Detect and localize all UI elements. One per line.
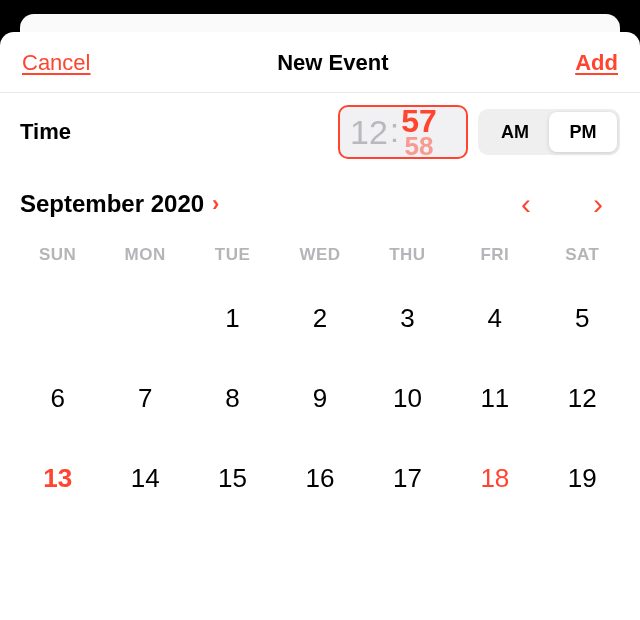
weekday-label: FRI <box>451 245 538 265</box>
prev-month-button[interactable]: ‹ <box>514 189 538 219</box>
time-picker[interactable]: 12 : 57 58 <box>338 105 468 159</box>
time-hour: 12 <box>350 113 388 152</box>
weekday-label: WED <box>276 245 363 265</box>
cancel-button[interactable]: Cancel <box>22 50 90 76</box>
pm-option[interactable]: PM <box>549 112 617 152</box>
calendar-day[interactable]: 4 <box>451 295 538 341</box>
calendar-day[interactable]: 1 <box>189 295 276 341</box>
month-label: September 2020 <box>20 190 204 218</box>
calendar-day[interactable]: 13 <box>14 455 101 501</box>
calendar-day[interactable]: 15 <box>189 455 276 501</box>
weekday-label: SUN <box>14 245 101 265</box>
time-minute-next: 58 <box>405 135 434 157</box>
calendar-grid: 12345678910111213141516171819 <box>0 295 640 501</box>
calendar-day[interactable]: 7 <box>101 375 188 421</box>
time-row: Time 12 : 57 58 AM PM <box>0 93 640 169</box>
calendar-day[interactable]: 14 <box>101 455 188 501</box>
add-button[interactable]: Add <box>575 50 618 76</box>
calendar-day[interactable]: 19 <box>539 455 626 501</box>
header: Cancel New Event Add <box>0 32 640 93</box>
calendar-day[interactable]: 16 <box>276 455 363 501</box>
month-selector[interactable]: September 2020 › <box>20 190 219 218</box>
calendar-day[interactable]: 6 <box>14 375 101 421</box>
weekday-label: SAT <box>539 245 626 265</box>
calendar-day[interactable]: 12 <box>539 375 626 421</box>
weekday-label: THU <box>364 245 451 265</box>
calendar-day[interactable]: 2 <box>276 295 363 341</box>
calendar-day[interactable]: 17 <box>364 455 451 501</box>
calendar-empty-cell <box>101 295 188 341</box>
time-colon: : <box>390 111 399 150</box>
calendar-empty-cell <box>14 295 101 341</box>
am-option[interactable]: AM <box>481 112 549 152</box>
calendar-day[interactable]: 3 <box>364 295 451 341</box>
weekday-header: SUNMONTUEWEDTHUFRISAT <box>0 229 640 273</box>
calendar-day[interactable]: 5 <box>539 295 626 341</box>
calendar-day[interactable]: 9 <box>276 375 363 421</box>
month-nav: ‹ › <box>514 189 610 219</box>
calendar-day[interactable]: 8 <box>189 375 276 421</box>
weekday-label: MON <box>101 245 188 265</box>
weekday-label: TUE <box>189 245 276 265</box>
sheet-title: New Event <box>277 50 388 76</box>
time-controls: 12 : 57 58 AM PM <box>338 105 620 159</box>
time-minute-wheel[interactable]: 57 58 <box>401 107 437 157</box>
calendar-day[interactable]: 11 <box>451 375 538 421</box>
calendar-day[interactable]: 18 <box>451 455 538 501</box>
next-month-button[interactable]: › <box>586 189 610 219</box>
calendar-day[interactable]: 10 <box>364 375 451 421</box>
time-label: Time <box>20 119 71 145</box>
month-row: September 2020 › ‹ › <box>0 169 640 229</box>
ampm-segmented: AM PM <box>478 109 620 155</box>
chevron-right-icon: › <box>212 191 219 217</box>
new-event-sheet: Cancel New Event Add Time 12 : 57 58 AM … <box>0 32 640 620</box>
